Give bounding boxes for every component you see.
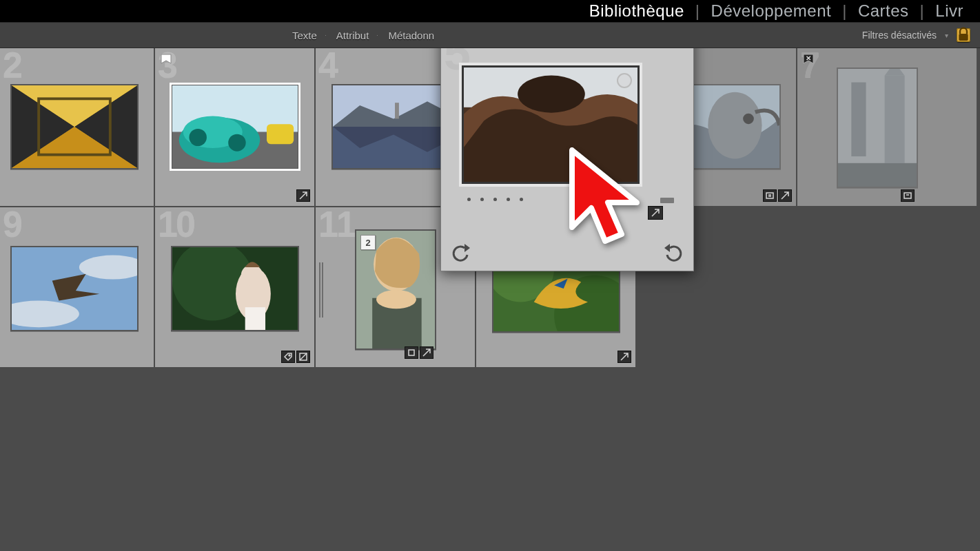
svg-point-57 (518, 76, 585, 113)
svg-rect-39 (245, 307, 265, 330)
module-picker: Bibliothèque | Développement | Cartes | … (0, 0, 980, 22)
filter-preset-label[interactable]: Filtres désactivés (862, 30, 937, 41)
module-develop[interactable]: Développement (707, 1, 836, 21)
filter-attribute[interactable]: Attribut (327, 30, 379, 41)
cell-index: 2 (3, 48, 21, 85)
svg-point-12 (228, 134, 245, 152)
thumbnail[interactable] (10, 84, 139, 169)
svg-rect-30 (904, 193, 911, 198)
filter-lock-icon[interactable] (957, 28, 970, 42)
svg-point-20 (708, 92, 762, 159)
metadata-conflict-icon (763, 189, 777, 202)
svg-rect-13 (267, 124, 294, 144)
tone-adjust-icon (420, 346, 433, 359)
grid-cell[interactable]: 3 (155, 48, 316, 207)
stack-count-badge[interactable]: 2 (360, 235, 376, 250)
svg-point-38 (241, 264, 263, 286)
svg-point-46 (376, 290, 416, 309)
reject-flag-icon[interactable]: ✕ (803, 54, 815, 69)
thumbnail[interactable]: 2 (355, 229, 436, 350)
svg-line-42 (300, 353, 307, 360)
cell-index: 9 (3, 203, 21, 245)
grid-cell-hover-expanded: 5 (440, 48, 694, 271)
module-book[interactable]: Livr (931, 1, 968, 21)
svg-point-40 (289, 355, 290, 356)
svg-marker-59 (664, 244, 670, 252)
keyword-icon (281, 351, 295, 363)
svg-point-11 (189, 129, 206, 146)
module-separator: | (913, 1, 932, 21)
crop-icon (405, 346, 418, 359)
tone-adjust-icon (778, 189, 792, 202)
module-map[interactable]: Cartes (854, 1, 913, 21)
grid-cell[interactable]: 9 (0, 207, 155, 368)
svg-rect-18 (395, 103, 399, 118)
svg-rect-29 (838, 163, 917, 187)
svg-point-21 (743, 114, 754, 124)
tone-adjust-icon (296, 189, 310, 202)
grid-cell[interactable]: 7 ✕ (797, 48, 977, 207)
rating-stars[interactable] (467, 198, 523, 201)
rotate-ccw-button[interactable] (449, 243, 473, 264)
svg-marker-58 (465, 244, 470, 252)
grid-cell[interactable]: 10 (155, 207, 316, 368)
svg-rect-47 (409, 350, 414, 355)
cell-index: 4 (318, 48, 336, 85)
chevron-down-icon[interactable]: ▾ (945, 32, 948, 39)
thumbnail[interactable] (171, 84, 299, 169)
tone-adjust-icon (617, 351, 631, 363)
thumbnail[interactable] (10, 246, 139, 331)
stack-handle-icon[interactable] (318, 262, 324, 318)
svg-rect-27 (885, 76, 905, 163)
module-separator: | (835, 1, 854, 21)
cell-index: 10 (158, 203, 194, 245)
thumbnail[interactable] (171, 246, 299, 331)
svg-rect-0 (959, 34, 968, 41)
thumbnail[interactable] (462, 65, 640, 184)
library-filter-bar: Texte Attribut Métadonn Filtres désactiv… (0, 22, 980, 48)
thumbnail[interactable] (837, 67, 918, 188)
tone-adjust-icon (296, 351, 310, 363)
quick-collection-toggle-icon[interactable] (617, 73, 632, 88)
cell-index: 11 (318, 203, 354, 245)
module-library[interactable]: Bibliothèque (585, 1, 688, 21)
svg-rect-26 (851, 83, 866, 156)
svg-rect-22 (766, 193, 773, 198)
grid-view: 2 3 (0, 48, 980, 551)
tone-adjust-icon (648, 206, 663, 220)
grid-cell[interactable]: 2 (0, 48, 155, 207)
module-separator: | (688, 1, 707, 21)
filter-text[interactable]: Texte (283, 30, 327, 41)
rotate-cw-button[interactable] (662, 243, 685, 264)
metadata-conflict-icon (901, 189, 915, 202)
filter-metadata[interactable]: Métadonn (378, 30, 444, 41)
pick-flag-icon[interactable] (161, 54, 173, 69)
color-label-swatch[interactable] (660, 198, 674, 203)
